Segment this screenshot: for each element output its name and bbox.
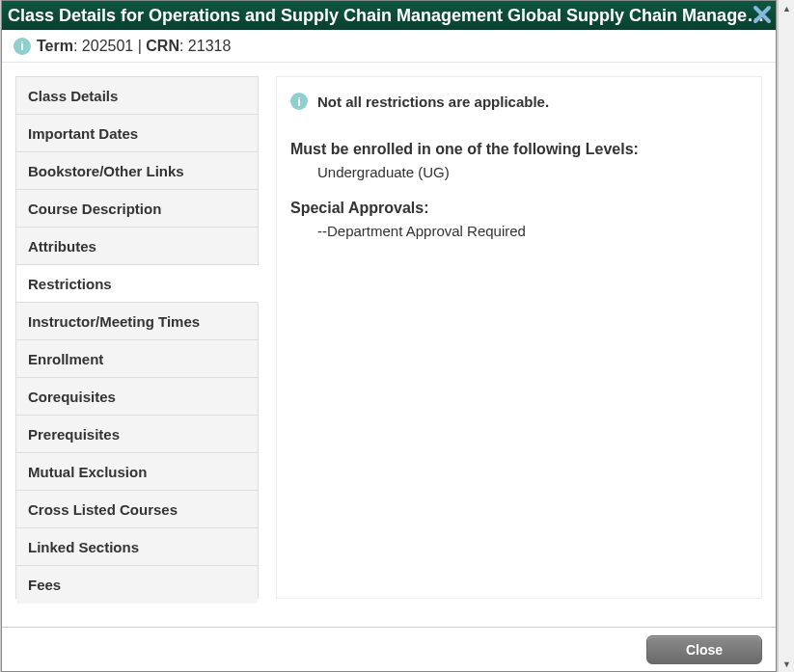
tab-label: Prerequisites [28, 426, 120, 443]
tab-important-dates[interactable]: Important Dates [16, 115, 258, 152]
modal-body: Class DetailsImportant DatesBookstore/Ot… [2, 63, 776, 612]
tab-cross-listed-courses[interactable]: Cross Listed Courses [16, 491, 258, 528]
info-icon: i [290, 93, 308, 110]
levels-body: Undergraduate (UG) [290, 164, 748, 180]
approvals-header: Special Approvals: [290, 200, 748, 217]
approvals-body: --Department Approval Required [290, 223, 748, 239]
tab-linked-sections[interactable]: Linked Sections [16, 528, 258, 566]
tab-label: Mutual Exclusion [28, 464, 147, 480]
close-button[interactable]: Close [646, 635, 762, 664]
tab-label: Corequisites [28, 389, 116, 405]
tab-fees[interactable]: Fees [16, 566, 258, 604]
tab-label: Linked Sections [28, 539, 139, 555]
tab-restrictions[interactable]: Restrictions [16, 265, 259, 303]
tab-attributes[interactable]: Attributes [16, 228, 258, 265]
tab-course-description[interactable]: Course Description [16, 190, 258, 228]
tab-bookstore-other-links[interactable]: Bookstore/Other Links [16, 152, 258, 190]
crn-value: 21318 [188, 38, 232, 54]
tab-label: Important Dates [28, 125, 138, 142]
class-details-modal: Class Details for Operations and Supply … [1, 0, 777, 672]
meta-sep: | [138, 38, 147, 54]
tab-label: Enrollment [28, 351, 103, 367]
crn-label: CRN [146, 38, 179, 54]
tab-label: Bookstore/Other Links [28, 163, 184, 179]
info-icon: i [14, 38, 31, 55]
tab-corequisites[interactable]: Corequisites [16, 378, 258, 416]
tab-label: Instructor/Meeting Times [28, 313, 200, 330]
page-scrollbar[interactable]: ▲ ▼ [778, 0, 794, 672]
tab-label: Fees [28, 577, 61, 593]
tabs-list: Class DetailsImportant DatesBookstore/Ot… [15, 76, 259, 599]
tab-mutual-exclusion[interactable]: Mutual Exclusion [16, 453, 258, 491]
tab-label: Cross Listed Courses [28, 501, 178, 518]
tab-enrollment[interactable]: Enrollment [16, 340, 258, 378]
restrictions-notice: i Not all restrictions are applicable. [290, 93, 748, 110]
modal-title: Class Details for Operations and Supply … [8, 6, 764, 25]
term-value: 202501 [82, 38, 133, 54]
tab-content-restrictions: i Not all restrictions are applicable. M… [276, 76, 762, 599]
scroll-down-arrow-icon[interactable]: ▼ [779, 656, 794, 672]
tab-class-details[interactable]: Class Details [16, 77, 258, 115]
tab-label: Restrictions [28, 276, 112, 292]
tab-label: Attributes [28, 238, 96, 255]
tab-instructor-meeting-times[interactable]: Instructor/Meeting Times [16, 303, 258, 340]
levels-header: Must be enrolled in one of the following… [290, 141, 748, 158]
tab-label: Course Description [28, 201, 161, 217]
close-icon[interactable] [751, 3, 774, 26]
term-crn-row: i Term: 202501 | CRN: 21318 [2, 30, 776, 63]
tab-prerequisites[interactable]: Prerequisites [16, 416, 258, 453]
modal-titlebar: Class Details for Operations and Supply … [2, 1, 776, 30]
modal-footer: Close [2, 627, 776, 671]
notice-text: Not all restrictions are applicable. [317, 94, 549, 110]
tab-label: Class Details [28, 88, 118, 104]
term-label: Term [37, 38, 73, 54]
scroll-up-arrow-icon[interactable]: ▲ [779, 0, 794, 16]
